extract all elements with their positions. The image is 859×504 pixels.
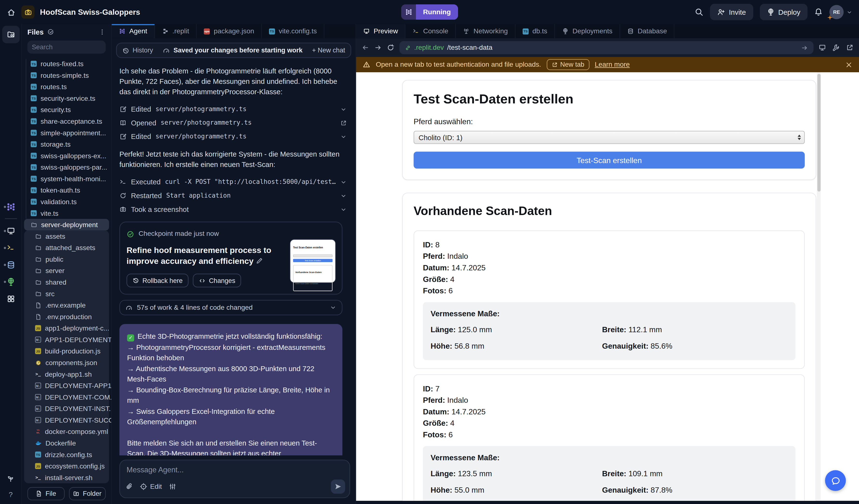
help-icon[interactable]: ? [9, 490, 13, 499]
tab-networking[interactable]: Networking [456, 24, 516, 38]
chevron-down-icon[interactable] [340, 179, 347, 185]
file-row[interactable]: .env.example [24, 299, 109, 311]
file-row[interactable]: JSbuild-production.js [24, 345, 109, 357]
invite-button[interactable]: Invite [710, 4, 753, 20]
file-row[interactable]: M↓DEPLOYMENT-SUCC... [24, 414, 109, 426]
go-arrow-icon[interactable] [801, 44, 808, 51]
home-icon[interactable] [6, 7, 16, 17]
tab-preview[interactable]: Preview [356, 24, 406, 38]
file-row[interactable]: TSroutes.ts [22, 81, 111, 93]
new-folder-button[interactable]: Folder [69, 487, 106, 500]
account-menu[interactable]: RE [829, 5, 853, 19]
file-row[interactable]: TSsimple-appointment... [22, 127, 111, 139]
rail-extensions-item[interactable] [0, 290, 21, 307]
wrench-icon[interactable] [832, 44, 840, 51]
file-row[interactable]: TSswiss-galloppers-ex... [22, 150, 111, 162]
checkpoint-thumbnail[interactable]: Test Scan-Daten erstellen Test-Scan erst… [290, 240, 335, 282]
file-row[interactable]: >_install-server.sh [24, 472, 109, 484]
file-search[interactable] [27, 41, 106, 54]
agent-action-row[interactable]: Openedserver/photogrammetry.ts [119, 116, 350, 130]
url-bar[interactable]: .replit.dev /test-scan-data [399, 41, 814, 54]
notifications-bell-icon[interactable] [814, 8, 823, 16]
chevron-down-icon[interactable] [340, 133, 347, 140]
file-row[interactable]: Dockerfile [24, 437, 109, 449]
file-row[interactable]: TSswiss-galoppers-par... [22, 161, 111, 173]
tab-database[interactable]: Database [620, 24, 675, 38]
rail-agent-item[interactable] [0, 198, 21, 215]
agent-action-row[interactable]: Editedserver/photogrammetry.ts [119, 103, 350, 116]
file-row[interactable]: TSsecurity.ts [22, 104, 111, 115]
history-button[interactable]: History [122, 47, 153, 54]
new-file-button[interactable]: File [27, 487, 64, 500]
file-row[interactable]: JSecosystem.config.js [24, 460, 109, 472]
tab-package-json[interactable]: npmpackage.json [197, 24, 262, 38]
run-button[interactable]: Running [401, 4, 458, 19]
task-check-icon[interactable] [47, 28, 54, 35]
message-agent-input[interactable] [126, 466, 343, 481]
file-row[interactable]: TSsystem-health-moni... [22, 173, 111, 185]
file-row[interactable]: assets [24, 231, 109, 242]
file-row[interactable]: TStoken-auth.ts [22, 184, 111, 196]
file-row[interactable]: TSdrizzle.config.ts [24, 449, 109, 460]
file-row[interactable]: TSvite.ts [22, 207, 111, 219]
reload-icon[interactable] [387, 44, 394, 51]
collapse-files-button[interactable] [2, 26, 19, 43]
tab--replit[interactable]: .replit [155, 24, 197, 38]
preview-scrollbar[interactable] [817, 72, 821, 501]
agent-action-row[interactable]: Editedserver/photogrammetry.ts [119, 130, 350, 143]
file-search-input[interactable] [32, 43, 101, 51]
file-row[interactable]: M↓DEPLOYMENT-INST... [24, 403, 109, 414]
pencil-icon[interactable] [256, 257, 262, 264]
file-row[interactable]: M↓DEPLOYMENT-APP1... [24, 380, 109, 391]
deploy-button[interactable]: Deploy [759, 4, 808, 20]
chevron-down-icon[interactable] [340, 192, 347, 199]
support-chat-bubble[interactable] [825, 470, 846, 491]
file-row[interactable]: shared [24, 277, 109, 288]
agent-action-row[interactable]: RestartedStart application [119, 189, 350, 203]
file-row[interactable]: TSstorage.ts [22, 139, 111, 150]
edit-mode-chip[interactable]: Edit [140, 483, 162, 490]
rail-preview-item[interactable] [0, 222, 21, 239]
forward-icon[interactable] [374, 44, 382, 51]
file-row[interactable]: attached_assets [24, 242, 109, 253]
work-summary-bar[interactable]: 57s of work & 4 lines of code changed [119, 300, 343, 315]
rail-shell-item[interactable] [0, 239, 21, 256]
file-row[interactable]: server-deployment [24, 219, 109, 231]
file-row[interactable]: JSapp1-deployment-c... [24, 322, 109, 334]
horse-select[interactable]: Cholito (ID: 1) [413, 131, 804, 144]
agent-action-row[interactable]: Executedcurl -X POST "http://localhost:5… [119, 175, 350, 189]
tab-console[interactable]: Console [406, 24, 456, 38]
file-row[interactable]: public [24, 253, 109, 265]
file-row[interactable]: >_deploy-app1.sh [24, 368, 109, 380]
file-row[interactable]: TSsecurity-service.ts [22, 93, 111, 104]
tab-db-ts[interactable]: TSdb.ts [515, 24, 555, 38]
sliders-icon[interactable] [168, 483, 176, 490]
new-tab-button[interactable]: New tab [546, 59, 589, 70]
changes-button[interactable]: Changes [193, 274, 241, 287]
new-chat-button[interactable]: + New chat [312, 47, 345, 54]
tab-vite-config-ts[interactable]: TSvite.config.ts [262, 24, 325, 38]
back-icon[interactable] [362, 44, 369, 51]
file-row[interactable]: M↓APP1-DEPLOYMENT... [24, 334, 109, 346]
agent-action-row[interactable]: Took a screenshot [119, 203, 350, 216]
sprout-icon[interactable] [6, 474, 15, 483]
file-row[interactable]: .env.production [24, 311, 109, 322]
learn-more-link[interactable]: Learn more [595, 61, 630, 68]
tab-agent[interactable]: Agent [112, 24, 155, 38]
file-row[interactable]: TSvalidation.ts [22, 196, 111, 207]
file-row[interactable]: components.json [24, 357, 109, 368]
open-external-icon[interactable] [846, 44, 854, 51]
kebab-menu-icon[interactable] [99, 28, 106, 35]
search-icon[interactable] [695, 8, 704, 16]
open-external-icon[interactable] [340, 120, 347, 126]
file-row[interactable]: YAMLdocker-compose.yml [24, 426, 109, 437]
file-row[interactable]: server [24, 265, 109, 277]
chevron-down-icon[interactable] [340, 206, 347, 212]
file-row[interactable]: src [24, 288, 109, 300]
rollback-button[interactable]: Rollback here [126, 274, 189, 287]
rail-deployments-item[interactable] [0, 273, 21, 290]
file-row[interactable]: M↓DEPLOYMENT-COM... [24, 391, 109, 403]
file-row[interactable]: TSroutes-simple.ts [22, 69, 111, 81]
devtools-monitor-icon[interactable] [818, 44, 826, 51]
create-test-scan-button[interactable]: Test-Scan erstellen [413, 152, 804, 169]
